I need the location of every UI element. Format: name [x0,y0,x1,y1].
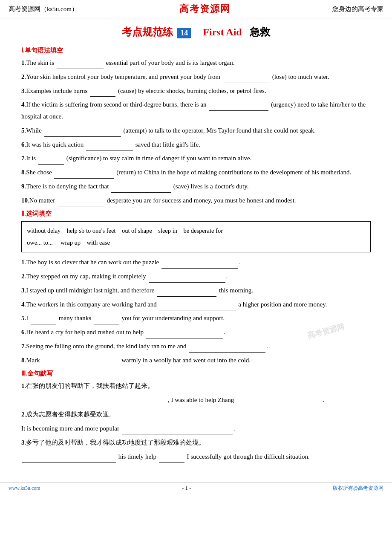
q1-3: 3.Examples include burns (cause) by elec… [21,85,371,97]
q2-5-blank2[interactable] [94,324,119,324]
q2-2: 2.They stepped on my cap, making it comp… [21,271,371,283]
page-title: 考点规范练 14 First Aid 急救 [21,25,371,39]
q1-6-num: 6 [21,141,25,148]
title-suffix-black: 急救 [250,26,270,38]
q3-2: 2.成为志愿者变得越来越受欢迎。 [21,409,371,421]
q3-3-blank2[interactable] [159,462,184,463]
section3-heading: Ⅲ.金句默写 [21,370,371,378]
q2-6-num: 6 [21,329,25,335]
q2-4-num: 4 [21,301,25,308]
q3-3-line1: his timely help I successfully got throu… [21,451,371,463]
q2-1-blank[interactable] [161,268,238,269]
q2-5-num: 5 [21,315,25,321]
q1-6-blank[interactable] [86,150,133,150]
q1-7: 7.It is (significance) to stay calm in t… [21,153,371,165]
q1-7-num: 7 [21,155,25,162]
q2-1-num: 1 [21,259,25,266]
q1-7-blank[interactable] [38,164,64,165]
q2-4: 4.The workers in this company are workin… [21,299,371,311]
q2-2-num: 2 [21,273,25,280]
q1-2-blank[interactable] [223,83,270,83]
header-center: 高考资源网 [179,3,231,15]
title-prefix: 考点规范练 [122,26,173,38]
q2-3-num: 3 [21,287,25,294]
q3-3-num: 3 [21,439,25,446]
q1-9: 9.There is no denying the fact that (sav… [21,181,371,193]
q1-1-num: 1 [21,59,25,66]
q1-10-num: 10 [21,197,28,204]
q3-1-num: 1 [21,382,25,389]
q1-2-num: 2 [21,73,25,80]
section2-heading: Ⅱ.选词填空 [21,210,371,218]
q1-3-blank[interactable] [90,96,115,97]
q1-2: 2.Your skin helps control your body temp… [21,71,371,83]
q3-2-blank1[interactable] [122,434,233,434]
q2-6: 6.He heard a cry for help and rushed out… [21,327,371,338]
q3-3: 3.多亏了他的及时帮助，我才得以成功地度过了那段艰难的处境。 [21,437,371,449]
q1-1: 1.The skin is essential part of your bod… [21,57,371,69]
q3-3-blank1[interactable] [22,462,116,463]
q1-10: 10.No matter desperate you are for succe… [21,195,371,207]
q3-1-blank2[interactable] [236,406,322,406]
title-suffix-red: First Aid [203,26,242,38]
q2-6-blank[interactable] [146,338,223,338]
q3-1-blank1[interactable] [22,406,167,406]
q2-7-blank[interactable] [189,352,265,353]
q1-9-blank[interactable] [111,192,171,193]
q2-7: 7.Seeing me falling onto the ground, the… [21,341,371,353]
q2-3-blank[interactable] [157,296,216,297]
q1-8-num: 8 [21,169,25,176]
q2-2-blank[interactable] [149,282,225,283]
word-bank: without delay help sb to one's feet out … [21,221,371,252]
q1-8-blank[interactable] [54,178,114,179]
header: 高考资源网（ks5u.com） 高考资源网 您身边的高考专家 [0,0,392,18]
q3-1: 1.在张的朋友们的帮助下，我扶着他站了起来。 [21,380,371,392]
q1-5-num: 5 [21,127,25,134]
header-left: 高考资源网（ks5u.com） [9,5,78,13]
q3-2-line1: It is becoming more and more popular . [21,423,371,435]
footer-left: www.ks5u.com [9,485,40,491]
q1-1-blank[interactable] [57,69,104,69]
q2-8-blank[interactable] [43,366,119,366]
footer: www.ks5u.com - 1 - 版权所有@高考资源网 [0,482,392,494]
footer-right: 版权所有@高考资源网 [333,485,383,492]
section1-heading: Ⅰ.单句语法填空 [21,46,371,55]
q1-4-num: 4 [21,101,25,108]
q1-10-blank[interactable] [58,206,104,206]
footer-center: - 1 - [182,485,191,491]
q3-1-line1: , I was able to help Zhang . [21,394,371,406]
q2-4-blank[interactable] [159,310,236,310]
q3-2-num: 2 [21,411,25,418]
q2-8-num: 8 [21,357,25,364]
q1-8: 8.She chose (return) to China in the hop… [21,167,371,179]
q1-9-num: 9 [21,183,25,190]
header-right: 您身边的高考专家 [332,5,383,13]
q1-6: 6.It was his quick action saved that lit… [21,139,371,151]
title-number-badge: 14 [177,28,191,38]
q2-3: 3.I stayed up until midnight last night,… [21,285,371,297]
q2-8: 8.Mark warmly in a woolly hat and went o… [21,355,371,367]
q2-7-num: 7 [21,343,25,350]
q2-1: 1.The boy is so clever that he can work … [21,257,371,269]
q2-5: 5.I many thanks you for your understandi… [21,312,371,324]
q1-5: 5.While (attempt) to talk to the operato… [21,125,371,137]
q2-5-blank1[interactable] [31,324,56,324]
q1-5-blank[interactable] [44,136,121,137]
q1-4: 4.If the victim is suffering from second… [21,99,371,123]
q1-4-blank[interactable] [209,110,268,111]
q1-3-num: 3 [21,87,25,94]
